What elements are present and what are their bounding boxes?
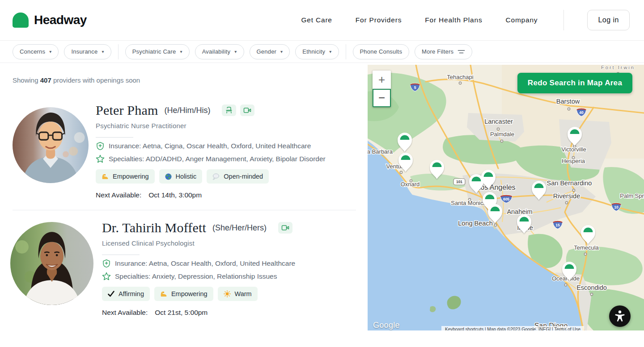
map-city-label: Anaheim bbox=[507, 208, 532, 215]
nav-for-health-plans[interactable]: For Health Plans bbox=[425, 16, 482, 24]
top-navbar: Headway Get Care For Providers For Healt… bbox=[0, 0, 644, 41]
in-person-icon bbox=[222, 105, 236, 116]
filter-concerns[interactable]: Concerns ▾ bbox=[13, 44, 59, 59]
provider-title: Psychiatric Nurse Practitioner bbox=[96, 122, 326, 130]
shield-plus-icon bbox=[102, 259, 111, 268]
redo-search-button[interactable]: Redo Search in Map Area bbox=[517, 73, 632, 93]
trait-badges: Affirming Empowering bbox=[102, 287, 295, 301]
results-summary: Showing 407 providers with openings soon bbox=[13, 76, 360, 84]
provider-card: Dr. Tahirih Moffett (She/Her/Hers) Licen… bbox=[10, 220, 360, 317]
map-city-label: Long Beach bbox=[458, 220, 492, 227]
filter-insurance[interactable]: Insurance ▾ bbox=[64, 44, 111, 59]
map-city-label: Escondido bbox=[576, 284, 607, 291]
check-icon bbox=[108, 291, 114, 297]
google-logo: Google bbox=[373, 321, 400, 330]
provider-details: Dr. Tahirih Moffett (She/Her/Hers) Licen… bbox=[102, 220, 295, 317]
card-divider bbox=[13, 210, 356, 210]
filter-gender[interactable]: Gender ▾ bbox=[250, 44, 290, 59]
trait-badge: Empowering bbox=[154, 287, 213, 301]
specialties-list: Anxiety, Depression, Relationship Issues bbox=[152, 272, 277, 280]
svg-text:40: 40 bbox=[579, 110, 584, 115]
svg-text:10: 10 bbox=[614, 205, 619, 209]
specialties-line: Specialties: ADD/ADHD, Anger Management,… bbox=[96, 155, 326, 163]
map-panel[interactable]: 5401016051015 Fort IrwinTehachapiBarstow… bbox=[368, 65, 644, 330]
insurance-list: Aetna, Cigna, Oscar Health, Oxford, Unit… bbox=[143, 142, 311, 150]
nav-for-providers[interactable]: For Providers bbox=[356, 16, 402, 24]
chevron-down-icon: ▾ bbox=[49, 50, 51, 54]
trait-badges: Empowering Holistic bbox=[96, 169, 326, 184]
map-city-label: Oxnard bbox=[401, 181, 420, 188]
filter-psychiatric-care[interactable]: Psychiatric Care ▾ bbox=[125, 44, 190, 59]
provider-pronouns: (She/Her/Hers) bbox=[212, 223, 267, 233]
map-city-label: Lancaster bbox=[484, 118, 513, 125]
headway-logo-icon bbox=[13, 13, 29, 28]
flex-arm-icon bbox=[102, 173, 109, 180]
svg-text:15: 15 bbox=[555, 223, 560, 227]
specialties-list: ADD/ADHD, Anger Management, Anxiety, Bip… bbox=[146, 155, 326, 163]
provider-photo[interactable] bbox=[10, 222, 93, 305]
map-attribution[interactable]: Keyboard shortcuts | Map data ©2023 Goog… bbox=[441, 326, 584, 330]
nav-company[interactable]: Company bbox=[505, 16, 538, 24]
filter-group-divider bbox=[346, 44, 346, 59]
trait-badge: Warm bbox=[218, 287, 258, 301]
accessibility-button[interactable] bbox=[609, 305, 631, 327]
divider bbox=[102, 255, 140, 255]
provider-name[interactable]: Dr. Tahirih Moffett bbox=[102, 220, 206, 235]
map-city-dot bbox=[500, 140, 503, 142]
divider bbox=[96, 137, 133, 138]
trait-badge: Affirming bbox=[102, 287, 150, 301]
filter-ethnicity[interactable]: Ethnicity ▾ bbox=[295, 44, 339, 59]
svg-text:101: 101 bbox=[456, 180, 462, 184]
map-zoom-out-button[interactable]: − bbox=[373, 89, 391, 107]
chevron-down-icon: ▾ bbox=[180, 50, 182, 54]
map-zoom-in-button[interactable]: + bbox=[373, 71, 391, 89]
accessibility-person-icon bbox=[614, 310, 626, 322]
star-icon bbox=[102, 272, 111, 281]
filter-more-filters[interactable]: More Filters bbox=[415, 44, 472, 59]
filter-availability[interactable]: Availability ▾ bbox=[195, 44, 244, 59]
thought-bubble-icon bbox=[212, 173, 220, 180]
nav-get-care[interactable]: Get Care bbox=[301, 16, 332, 24]
map-city-label: San Bernardino bbox=[547, 180, 592, 187]
map-city-dot bbox=[497, 128, 499, 130]
next-available: Next Available:Oct 14th, 3:00pm bbox=[96, 191, 326, 199]
insurance-line: Insurance: Aetna, Oscar Health, Oxford, … bbox=[102, 259, 295, 268]
video-visit-icon bbox=[240, 105, 254, 116]
map-city-label: Tehachapi bbox=[447, 74, 473, 80]
map-city-dot bbox=[584, 253, 586, 255]
map-city-dot bbox=[564, 284, 567, 286]
svg-text:605: 605 bbox=[503, 197, 509, 201]
trait-badge: Open-minded bbox=[207, 169, 269, 184]
map-city-label: Hesperia bbox=[562, 158, 585, 164]
map-city-dot bbox=[565, 201, 568, 204]
specialties-line: Specialties: Anxiety, Depression, Relati… bbox=[102, 272, 295, 281]
filter-phone-consults[interactable]: Phone Consults bbox=[353, 44, 410, 59]
headway-logo[interactable]: Headway bbox=[13, 13, 87, 28]
chevron-down-icon: ▾ bbox=[280, 50, 283, 54]
map-city-label: Palmdale bbox=[490, 131, 514, 138]
provider-name[interactable]: Peter Pham bbox=[96, 103, 158, 118]
filter-lines-icon bbox=[458, 49, 465, 55]
map-city-label: Barstow bbox=[556, 98, 580, 105]
next-available-time: Oct 14th, 3:00pm bbox=[148, 191, 202, 199]
map-city-label: Santa Monica bbox=[451, 200, 487, 206]
sun-icon bbox=[224, 290, 231, 297]
chevron-down-icon: ▾ bbox=[329, 50, 331, 54]
headway-logo-wordmark: Headway bbox=[34, 13, 87, 27]
login-button[interactable]: Log in bbox=[587, 10, 630, 30]
map-city-label: Palm Springs bbox=[620, 192, 644, 199]
video-visit-icon bbox=[278, 222, 292, 234]
shield-plus-icon bbox=[96, 142, 105, 151]
insurance-line: Insurance: Aetna, Cigna, Oscar Health, O… bbox=[96, 142, 326, 151]
map-city-dot bbox=[400, 171, 402, 173]
map-city-dot bbox=[572, 189, 575, 191]
svg-text:5: 5 bbox=[414, 85, 416, 90]
map-canvas[interactable]: 5401016051015 Fort IrwinTehachapiBarstow… bbox=[368, 65, 644, 330]
map-city-label: Riverside bbox=[553, 192, 580, 200]
star-icon bbox=[96, 155, 105, 163]
provider-photo[interactable] bbox=[13, 107, 89, 183]
trait-badge: Empowering bbox=[96, 169, 155, 184]
provider-pronouns: (He/Him/His) bbox=[164, 106, 210, 115]
map-city-dot bbox=[568, 108, 570, 110]
nav-divider bbox=[564, 10, 564, 30]
